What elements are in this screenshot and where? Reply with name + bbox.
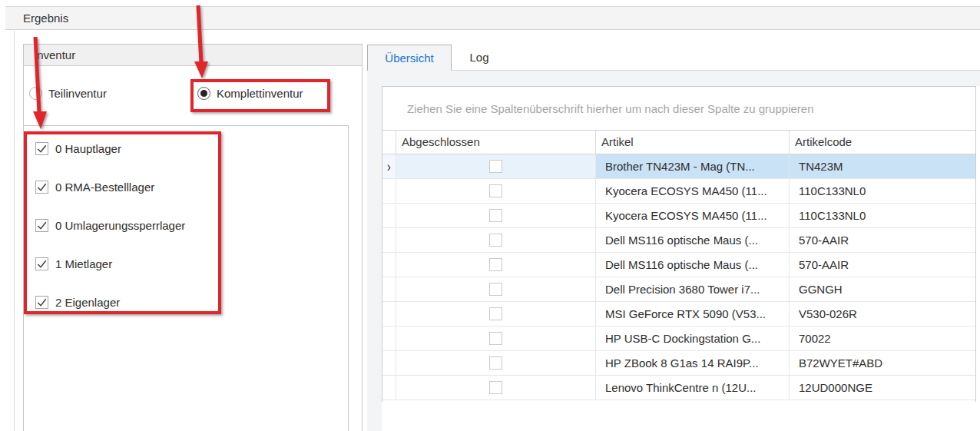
warehouse-label: 1 Mietlager bbox=[55, 257, 112, 270]
warehouse-label: 0 Umlagerungssperrlager bbox=[55, 219, 185, 232]
table-row[interactable]: Dell MS116 optische Maus (... 570-AAIR bbox=[382, 228, 975, 253]
checkbox-checked-icon[interactable] bbox=[35, 142, 48, 155]
cell-abgeschlossen[interactable] bbox=[396, 179, 596, 203]
table-row[interactable]: Kyocera ECOSYS MA450 (11... 110C133NL0 bbox=[382, 179, 975, 204]
tab-log[interactable]: Log bbox=[452, 45, 507, 70]
grid-header-row: Abgeschlossen Artikel Artikelcode bbox=[382, 131, 975, 154]
cell-abgeschlossen[interactable] bbox=[396, 302, 596, 326]
group-by-hint: Ziehen Sie eine Spaltenüberschrift hierh… bbox=[407, 102, 813, 115]
group-by-panel[interactable]: Ziehen Sie eine Spaltenüberschrift hierh… bbox=[382, 87, 975, 131]
checkbox-unchecked-icon[interactable] bbox=[489, 184, 502, 197]
checkbox-checked-icon[interactable] bbox=[35, 219, 48, 232]
cell-artikelcode[interactable]: 70022 bbox=[790, 327, 975, 350]
cell-artikel[interactable]: HP ZBook 8 G1as 14 RAI9P... bbox=[596, 351, 790, 375]
warehouse-checkbox-item[interactable]: 1 Mietlager bbox=[24, 244, 348, 283]
grid-rows: › Brother TN423M - Mag (TN... TN423M Kyo… bbox=[382, 154, 975, 400]
cell-artikelcode[interactable]: V530-026R bbox=[790, 302, 975, 326]
cell-artikel[interactable]: Kyocera ECOSYS MA450 (11... bbox=[596, 204, 790, 227]
warehouse-checkbox-list: 0 Hauptlager 0 RMA-Bestelllager 0 Umlage… bbox=[23, 125, 349, 431]
ergebnis-window: Ergebnis Inventur Teilinventur Kompletti… bbox=[0, 0, 980, 431]
row-indicator-cell bbox=[382, 204, 396, 227]
window-left-border bbox=[14, 31, 15, 431]
cell-abgeschlossen[interactable] bbox=[396, 204, 596, 227]
warehouse-label: 0 RMA-Bestelllager bbox=[55, 181, 154, 194]
window-caption-bar: Ergebnis bbox=[5, 6, 980, 30]
warehouse-label: 0 Hauptlager bbox=[55, 142, 121, 155]
row-indicator-cell bbox=[382, 351, 396, 375]
radio-teilinventur-label: Teilinventur bbox=[48, 87, 107, 100]
radio-unselected-icon[interactable] bbox=[29, 87, 42, 100]
cell-abgeschlossen[interactable] bbox=[396, 154, 596, 178]
row-indicator-cell bbox=[382, 228, 396, 252]
column-header-abgeschlossen[interactable]: Abgeschlossen bbox=[396, 131, 596, 154]
cell-artikel[interactable]: Brother TN423M - Mag (TN... bbox=[596, 154, 790, 178]
warehouse-checkbox-item[interactable]: 0 RMA-Bestelllager bbox=[24, 167, 348, 206]
cell-artikelcode[interactable]: 570-AAIR bbox=[790, 228, 975, 252]
radio-selected-icon[interactable] bbox=[197, 87, 210, 100]
cell-abgeschlossen[interactable] bbox=[396, 228, 596, 252]
checkbox-checked-icon[interactable] bbox=[35, 181, 48, 194]
checkbox-unchecked-icon[interactable] bbox=[489, 209, 502, 222]
tabstrip-bottom-border bbox=[367, 70, 980, 71]
radio-komplettinventur-label: Komplettinventur bbox=[217, 87, 303, 100]
warehouse-checkbox-item[interactable]: 2 Eigenlager bbox=[24, 283, 348, 321]
cell-artikel[interactable]: MSI GeForce RTX 5090 (V53... bbox=[596, 302, 790, 326]
cell-artikelcode[interactable]: 110C133NL0 bbox=[790, 179, 975, 203]
checkbox-unchecked-icon[interactable] bbox=[489, 381, 502, 394]
cell-artikelcode[interactable]: B72WYET#ABD bbox=[790, 351, 975, 375]
table-row[interactable]: Kyocera ECOSYS MA450 (11... 110C133NL0 bbox=[382, 204, 975, 228]
radio-teilinventur[interactable]: Teilinventur bbox=[29, 87, 107, 100]
checkbox-unchecked-icon[interactable] bbox=[489, 356, 502, 370]
cell-artikel[interactable]: HP USB-C Dockingstation G... bbox=[596, 327, 790, 350]
table-row[interactable]: Dell MS116 optische Maus (... 570-AAIR bbox=[382, 253, 975, 277]
row-indicator-cell bbox=[382, 277, 396, 301]
cell-artikelcode[interactable]: TN423M bbox=[790, 154, 975, 178]
cell-abgeschlossen[interactable] bbox=[396, 253, 596, 277]
window-title: Ergebnis bbox=[23, 12, 68, 25]
checkbox-unchecked-icon[interactable] bbox=[489, 234, 502, 247]
cell-artikel[interactable]: Dell MS116 optische Maus (... bbox=[596, 228, 790, 252]
cell-abgeschlossen[interactable] bbox=[396, 327, 596, 350]
checkbox-checked-icon[interactable] bbox=[35, 257, 48, 270]
focused-row-arrow-icon: › bbox=[387, 158, 391, 174]
tab-uebersicht[interactable]: Übersicht bbox=[367, 45, 452, 71]
table-row[interactable]: HP ZBook 8 G1as 14 RAI9P... B72WYET#ABD bbox=[382, 351, 975, 376]
table-row[interactable]: › Brother TN423M - Mag (TN... TN423M bbox=[382, 154, 975, 179]
checkbox-unchecked-icon[interactable] bbox=[489, 307, 502, 320]
articles-grid: Ziehen Sie eine Spaltenüberschrift hierh… bbox=[382, 86, 976, 402]
row-indicator-cell bbox=[382, 302, 396, 326]
checkbox-unchecked-icon[interactable] bbox=[489, 160, 502, 173]
cell-artikelcode[interactable]: 110C133NL0 bbox=[790, 204, 975, 227]
column-header-artikelcode[interactable]: Artikelcode bbox=[790, 131, 975, 154]
row-indicator-cell bbox=[382, 253, 396, 277]
inventur-groupbox-caption: Inventur bbox=[24, 45, 362, 66]
tab-log-label: Log bbox=[469, 51, 488, 64]
row-indicator-cell bbox=[382, 327, 396, 350]
table-row[interactable]: Lenovo ThinkCentre n (12U... 12UD000NGE bbox=[382, 376, 975, 400]
cell-artikelcode[interactable]: GGNGH bbox=[790, 277, 975, 301]
cell-artikel[interactable]: Lenovo ThinkCentre n (12U... bbox=[596, 376, 790, 400]
cell-abgeschlossen[interactable] bbox=[396, 376, 596, 400]
header-indicator-cell bbox=[382, 131, 396, 154]
cell-abgeschlossen[interactable] bbox=[396, 277, 596, 301]
column-header-artikel[interactable]: Artikel bbox=[596, 131, 790, 154]
checkbox-unchecked-icon[interactable] bbox=[489, 332, 502, 345]
warehouse-checkbox-item[interactable]: 0 Hauptlager bbox=[24, 129, 348, 167]
table-row[interactable]: MSI GeForce RTX 5090 (V53... V530-026R bbox=[382, 302, 975, 327]
grid-area: Ziehen Sie eine Spaltenüberschrift hierh… bbox=[382, 86, 980, 431]
cell-artikelcode[interactable]: 570-AAIR bbox=[790, 253, 975, 277]
table-row[interactable]: Dell Precision 3680 Tower i7... GGNGH bbox=[382, 277, 975, 302]
cell-artikelcode[interactable]: 12UD000NGE bbox=[790, 376, 975, 400]
cell-abgeschlossen[interactable] bbox=[396, 351, 596, 375]
checkbox-unchecked-icon[interactable] bbox=[489, 258, 502, 271]
warehouse-checkbox-item[interactable]: 0 Umlagerungssperrlager bbox=[24, 206, 348, 244]
cell-artikel[interactable]: Dell Precision 3680 Tower i7... bbox=[596, 277, 790, 301]
checkbox-checked-icon[interactable] bbox=[35, 296, 48, 309]
cell-artikel[interactable]: Dell MS116 optische Maus (... bbox=[596, 253, 790, 277]
row-indicator-cell bbox=[382, 376, 396, 400]
checkbox-unchecked-icon[interactable] bbox=[489, 283, 502, 296]
radio-komplettinventur[interactable]: Komplettinventur bbox=[197, 87, 303, 100]
inventur-groupbox-title: Inventur bbox=[34, 48, 75, 61]
table-row[interactable]: HP USB-C Dockingstation G... 70022 bbox=[382, 327, 975, 351]
cell-artikel[interactable]: Kyocera ECOSYS MA450 (11... bbox=[596, 179, 790, 203]
